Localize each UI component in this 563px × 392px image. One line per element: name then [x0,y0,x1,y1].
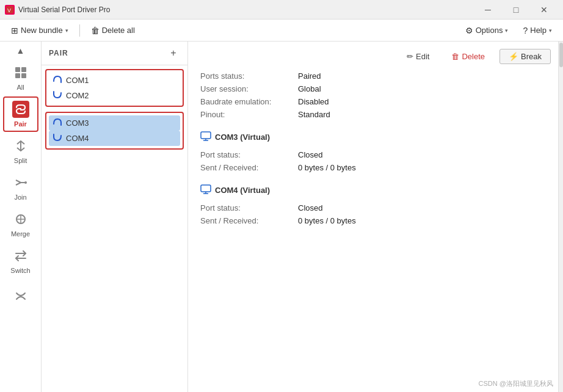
com4-monitor-icon [200,184,211,196]
watermark: CSDN @洛阳城里见秋风 [479,379,553,388]
add-pair-button[interactable]: + [167,46,180,60]
delete-all-icon: 🗑 [91,26,100,35]
edit-icon: ✏ [407,52,413,61]
delete-all-button[interactable]: 🗑 Delete all [86,23,140,38]
baudrate-row: Baudrate emulation: Disabled [200,97,551,106]
port-item-com1[interactable]: COM1 [49,73,180,88]
delete-button[interactable]: 🗑 Delete [444,49,492,64]
com1-icon [53,75,62,85]
com4-sent-label: Sent / Received: [200,216,298,225]
user-session-label: User session: [200,84,298,93]
svg-point-10 [24,181,27,184]
menu-right: ⚙ Options ▾ ? Help ▾ [460,23,557,38]
com2-icon [53,90,62,101]
merge-icon [12,211,29,228]
port-item-com3[interactable]: COM3 [49,115,180,131]
port-item-com2[interactable]: COM2 [49,88,180,103]
help-icon: ? [523,26,528,35]
menu-bar: ⊞ New bundle ▾ 🗑 Delete all ⚙ Options ▾ … [0,20,563,42]
com4-sent-value: 0 bytes / 0 bytes [298,216,356,225]
app-icon: V [5,5,15,15]
com3-section: COM3 (Virtual) Port status: Closed Sent … [200,131,551,172]
port-group-1: COM1 COM2 [45,69,184,107]
sidebar-item-switch[interactable]: Switch [3,243,38,278]
scrollbar-thumb[interactable] [559,43,563,67]
com4-sent-row: Sent / Received: 0 bytes / 0 bytes [200,216,551,225]
sidebar-item-pair[interactable]: Pair [3,96,38,132]
join-icon [12,174,29,191]
break-button[interactable]: ⚡ Break [499,49,551,64]
edit-label: Edit [416,52,429,61]
title-bar-left: V Virtual Serial Port Driver Pro [5,5,111,15]
svg-rect-3 [21,67,26,72]
main-layout: ▲ All Pair [0,42,563,392]
user-session-row: User session: Global [200,84,551,93]
edit-button[interactable]: ✏ Edit [399,49,437,64]
sidebar-collapse-button[interactable]: ▲ [10,44,32,57]
svg-rect-17 [201,185,211,192]
com3-status-value: Closed [298,150,322,159]
ports-status-row: Ports status: Paired [200,71,551,81]
menu-separator [79,24,80,37]
com4-section: COM4 (Virtual) Port status: Closed Sent … [200,184,551,225]
port-item-com4[interactable]: COM4 [49,131,180,146]
baudrate-label: Baudrate emulation: [200,97,298,106]
switch-label: Switch [10,267,30,274]
port-groups: COM1 COM2 [42,65,187,392]
com4-status-label: Port status: [200,203,298,212]
com4-header-label: COM4 (Virtual) [215,186,270,195]
com4-label: COM4 [66,134,89,143]
svg-line-8 [16,183,21,185]
new-bundle-arrow: ▾ [65,27,68,34]
options-button[interactable]: ⚙ Options ▾ [460,23,514,38]
com3-header: COM3 (Virtual) [200,131,551,145]
detail-panel: ✏ Edit 🗑 Delete ⚡ Break Ports status: Pa… [188,42,563,392]
ports-status-label: Ports status: [200,71,298,81]
delete-all-label: Delete all [102,26,135,35]
help-arrow: ▾ [549,27,552,34]
svg-line-7 [16,180,21,183]
com1-label: COM1 [66,76,89,85]
port-list-header: PAIR + [42,42,187,65]
sidebar-item-merge[interactable]: Merge [3,206,38,242]
split-icon [12,137,29,154]
pinout-label: Pinout: [200,110,298,119]
sidebar-item-split[interactable]: Split [3,133,38,169]
sidebar-item-all[interactable]: All [3,60,38,95]
maximize-button[interactable]: □ [502,0,530,20]
extra-icon [12,288,29,305]
sidebar-item-join[interactable]: Join [3,170,38,205]
port-group-2: COM3 COM4 [45,112,184,150]
com3-sent-row: Sent / Received: 0 bytes / 0 bytes [200,163,551,172]
panel-area: PAIR + COM1 [42,42,563,392]
title-bar-controls: ─ □ ✕ [474,0,558,20]
all-label: All [16,84,24,91]
break-label: Break [521,52,542,61]
sidebar-item-extra[interactable] [3,280,38,315]
svg-rect-4 [15,73,20,78]
user-session-value: Global [298,84,321,93]
new-bundle-button[interactable]: ⊞ New bundle ▾ [6,23,73,38]
options-icon: ⚙ [465,26,473,35]
minimize-button[interactable]: ─ [474,0,502,20]
ports-status-value: Paired [298,71,321,81]
com3-monitor-icon [200,131,211,143]
pair-label: Pair [14,120,27,128]
close-button[interactable]: ✕ [530,0,558,20]
port-list-panel: PAIR + COM1 [42,42,188,392]
com4-status-value: Closed [298,203,322,212]
com3-header-label: COM3 (Virtual) [215,132,270,142]
help-button[interactable]: ? Help ▾ [518,23,557,38]
scrollbar[interactable] [558,42,563,392]
menu-left: ⊞ New bundle ▾ 🗑 Delete all [6,23,140,38]
svg-text:V: V [7,7,11,13]
com3-status-row: Port status: Closed [200,150,551,159]
break-icon: ⚡ [509,52,518,61]
detail-toolbar: ✏ Edit 🗑 Delete ⚡ Break [200,49,551,64]
svg-rect-14 [201,132,211,139]
new-bundle-icon: ⊞ [11,26,18,35]
options-arrow: ▾ [505,27,508,34]
com4-icon [53,133,62,143]
com4-header: COM4 (Virtual) [200,184,551,198]
help-label: Help [530,26,547,35]
